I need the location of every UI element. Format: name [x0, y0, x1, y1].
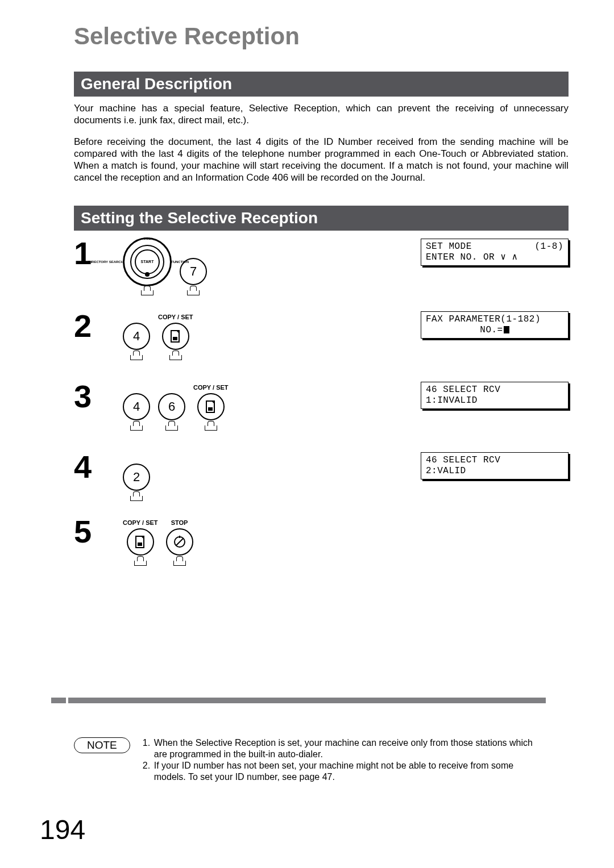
footer-rule [68, 698, 546, 703]
step-graphics: . 4 . 6 COPY / SET [123, 381, 229, 432]
jog-center-label: START [135, 249, 160, 274]
key-label-copyset: COPY / SET [123, 519, 158, 526]
press-icon [126, 492, 147, 502]
jog-label-right: FUNCTION [171, 260, 189, 264]
note-number: 2. [143, 760, 154, 783]
step-number: 4 [74, 451, 108, 483]
general-paragraph-1: Your machine has a special feature, Sele… [74, 102, 569, 127]
lcd-line: (1-8) [534, 241, 563, 252]
page-title: Selective Reception [74, 23, 300, 49]
key-label-copyset: COPY / SET [193, 384, 229, 391]
svg-rect-5 [138, 542, 142, 546]
document-icon [162, 323, 189, 350]
key-button: 2 [123, 464, 150, 502]
keypad-4: 4 [123, 323, 150, 350]
note-item: 2. If your ID number has not been set, y… [143, 760, 546, 783]
keypad-6: 6 [158, 393, 185, 420]
press-icon [201, 422, 221, 432]
step-row: 5 COPY / SET STOP [74, 516, 569, 567]
step-number: 2 [74, 310, 108, 342]
general-paragraph-2: Before receiving the document, the last … [74, 136, 569, 184]
press-icon [126, 351, 147, 361]
note-number: 1. [143, 737, 154, 760]
press-icon [130, 557, 151, 567]
key-label-copyset: COPY / SET [158, 314, 193, 320]
note-list: 1. When the Selective Reception is set, … [143, 737, 546, 783]
lcd-display: SET MODE(1-8) ENTER NO. OR ∨ ∧ [421, 239, 569, 266]
step-number: 3 [74, 381, 108, 412]
lcd-display: 46 SELECT RCV 2:VALID [421, 452, 569, 479]
keypad-2: 2 [123, 464, 150, 491]
note-block: NOTE 1. When the Selective Reception is … [74, 737, 546, 783]
page-title-wrap: Selective Reception [74, 23, 569, 50]
step-row: 4 2 46 SELECT RCV 2:VALID [74, 451, 569, 502]
keypad-4: 4 [123, 393, 150, 420]
press-icon [126, 422, 147, 432]
document-icon [127, 528, 154, 556]
lcd-line: ENTER NO. OR ∨ ∧ [426, 252, 563, 263]
jog-label-left: DIRECTORY SEARCH [88, 260, 123, 264]
press-icon [161, 422, 182, 432]
jog-dial: VOL DIRECTORY SEARCH FUNCTION START [123, 237, 172, 297]
press-icon [169, 557, 190, 567]
key-button: . 4 [123, 314, 150, 361]
step-row: 1 VOL DIRECTORY SEARCH FUNCTION START 7 [74, 237, 569, 297]
steps: 1 VOL DIRECTORY SEARCH FUNCTION START 7 [74, 237, 569, 567]
svg-line-7 [176, 539, 183, 545]
step-row: 3 . 4 . 6 COPY / SET [74, 381, 569, 437]
stop-button: STOP [166, 519, 193, 567]
note-text: If your ID number has not been set, your… [154, 760, 546, 783]
note-badge: NOTE [74, 737, 130, 753]
copy-set-button: COPY / SET [158, 314, 193, 361]
svg-rect-1 [173, 337, 177, 340]
key-button: . 4 [123, 384, 150, 432]
lcd-line: 46 SELECT RCV [426, 385, 563, 395]
svg-rect-3 [208, 407, 213, 411]
key-label-stop: STOP [171, 519, 188, 526]
step-row: 2 . 4 COPY / SET FAX PARAMETER(1-182) NO [74, 310, 569, 367]
step-number: 5 [74, 516, 108, 548]
manual-page: Selective Reception General Description … [0, 0, 614, 868]
stop-icon [166, 528, 193, 556]
lcd-line: NO.= [426, 325, 563, 336]
key-button: . 6 [158, 384, 185, 432]
cursor-icon [504, 326, 509, 333]
lcd-line: FAX PARAMETER(1-182) [426, 314, 541, 325]
document-icon [197, 393, 225, 420]
step-graphics: . 4 COPY / SET [123, 310, 193, 361]
press-icon [165, 351, 186, 361]
note-item: 1. When the Selective Reception is set, … [143, 737, 546, 760]
copy-set-button: COPY / SET [123, 519, 158, 567]
section-heading-general: General Description [74, 72, 569, 97]
page-number: 194 [40, 814, 85, 845]
step-graphics: 2 [123, 451, 150, 502]
jog-label-top: VOL [144, 237, 151, 240]
section-heading-setting: Setting the Selective Reception [74, 206, 569, 231]
lcd-line: 46 SELECT RCV [426, 455, 563, 466]
step-graphics: COPY / SET STOP [123, 516, 193, 567]
lcd-line: SET MODE [426, 241, 472, 252]
press-icon [137, 286, 157, 297]
step-number: 1 [74, 237, 108, 269]
lcd-line: 2:VALID [426, 466, 563, 477]
lcd-display: FAX PARAMETER(1-182) NO.= [421, 311, 569, 339]
note-text: When the Selective Reception is set, you… [154, 737, 546, 760]
step-graphics: VOL DIRECTORY SEARCH FUNCTION START 7 [123, 237, 207, 297]
lcd-line: 1:INVALID [426, 395, 563, 406]
press-icon [183, 286, 204, 297]
key-button: 7 [180, 258, 207, 297]
lcd-display: 46 SELECT RCV 1:INVALID [421, 382, 569, 409]
copy-set-button: COPY / SET [193, 384, 229, 432]
